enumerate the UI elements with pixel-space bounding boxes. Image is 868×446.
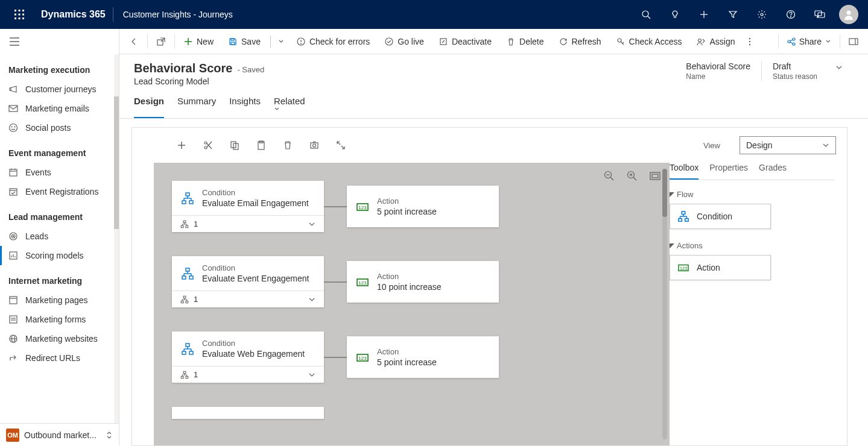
header-field-name[interactable]: Behavioral Score Name bbox=[675, 61, 761, 81]
hamburger-button[interactable] bbox=[0, 29, 119, 54]
svg-rect-106 bbox=[182, 276, 186, 279]
save-dropdown[interactable] bbox=[273, 39, 289, 45]
search-button[interactable] bbox=[632, 0, 661, 29]
delete-button[interactable]: Delete bbox=[499, 29, 551, 54]
sidebar-item-marketing-websites[interactable]: Marketing websites bbox=[0, 329, 119, 348]
fit-icon bbox=[650, 172, 661, 180]
record-header: Behavioral Score - Saved Lead Scoring Mo… bbox=[119, 54, 868, 86]
delete-element-button[interactable] bbox=[282, 139, 294, 151]
sidebar-item-redirect-urls[interactable]: Redirect URLs bbox=[0, 348, 119, 368]
app-name[interactable]: Customer Insights - Journeys bbox=[113, 10, 242, 19]
expand-button[interactable] bbox=[335, 139, 347, 151]
zoom-out-button[interactable] bbox=[603, 170, 615, 182]
designer: View Design bbox=[131, 127, 847, 446]
fit-button[interactable] bbox=[649, 170, 661, 182]
tab-summary[interactable]: Summary bbox=[177, 96, 216, 118]
design-canvas[interactable]: ConditionEvaluate Email Engagement 1 123… bbox=[154, 163, 670, 445]
paste-icon bbox=[256, 140, 266, 150]
tab-related[interactable]: Related bbox=[274, 96, 308, 118]
svg-rect-113 bbox=[181, 301, 183, 303]
snapshot-button[interactable] bbox=[308, 139, 320, 151]
calendar-icon bbox=[8, 168, 18, 177]
tab-insights[interactable]: Insights bbox=[229, 96, 261, 118]
toolbox-item-condition[interactable]: Condition bbox=[670, 204, 771, 229]
help-button[interactable] bbox=[776, 0, 805, 29]
sidebar-item-marketing-emails[interactable]: Marketing emails bbox=[0, 99, 119, 118]
toolbox-tab[interactable]: Toolbox bbox=[670, 163, 699, 180]
action-icon: 123 bbox=[677, 263, 689, 272]
open-new-window-button[interactable] bbox=[149, 29, 173, 54]
action-tile[interactable]: 123Action5 point increase bbox=[347, 336, 499, 378]
sidebar-item-events[interactable]: Events bbox=[0, 163, 119, 182]
svg-text:123: 123 bbox=[358, 356, 367, 361]
copy-icon bbox=[230, 140, 239, 150]
overflow-button[interactable] bbox=[743, 29, 757, 54]
sidebar-item-event-registrations[interactable]: Event Registrations bbox=[0, 182, 119, 201]
condition-tile[interactable]: ConditionEvaluate Email Engagement 1 bbox=[172, 181, 324, 232]
header-field-status[interactable]: Draft Status reason bbox=[761, 61, 854, 81]
view-select[interactable]: Design bbox=[740, 136, 836, 154]
condition-tile[interactable] bbox=[172, 407, 324, 419]
add-button[interactable] bbox=[689, 0, 718, 29]
zoom-in-button[interactable] bbox=[626, 170, 638, 182]
feedback-button[interactable] bbox=[805, 0, 834, 29]
assistant-button[interactable] bbox=[661, 0, 689, 29]
sidebar-item-marketing-forms[interactable]: Marketing forms bbox=[0, 310, 119, 329]
sidebar-item-marketing-pages[interactable]: Marketing pages bbox=[0, 291, 119, 310]
grades-tab[interactable]: Grades bbox=[759, 163, 787, 180]
app-launcher[interactable] bbox=[5, 0, 34, 29]
filter-button[interactable] bbox=[718, 0, 747, 29]
user-avatar[interactable] bbox=[839, 5, 858, 24]
sidebar-scrollbar[interactable] bbox=[114, 54, 119, 423]
assign-button[interactable]: Assign bbox=[689, 29, 742, 54]
chevron-down-icon[interactable] bbox=[308, 221, 315, 228]
chevron-down-icon[interactable] bbox=[835, 64, 843, 71]
tab-design[interactable]: Design bbox=[134, 96, 164, 118]
sidebar-item-label: Marketing websites bbox=[25, 334, 98, 344]
add-element-button[interactable] bbox=[176, 139, 188, 151]
cut-button[interactable] bbox=[202, 139, 214, 151]
settings-button[interactable] bbox=[747, 0, 776, 29]
go-live-button[interactable]: Go live bbox=[377, 29, 431, 54]
sidebar-item-customer-journeys[interactable]: Customer journeys bbox=[0, 80, 119, 99]
svg-rect-129 bbox=[181, 376, 183, 378]
svg-rect-23 bbox=[9, 105, 17, 111]
save-button[interactable]: Save bbox=[221, 29, 268, 54]
area-switcher[interactable]: OM Outbound market... bbox=[0, 423, 119, 446]
svg-rect-98 bbox=[186, 225, 188, 227]
check-access-button[interactable]: Check Access bbox=[609, 29, 689, 54]
sidebar-item-label: Marketing emails bbox=[25, 104, 89, 113]
share-button[interactable]: Share bbox=[780, 37, 838, 46]
canvas-scrollbar[interactable] bbox=[662, 169, 667, 439]
condition-tile[interactable]: ConditionEvaluate Event Engagement 1 bbox=[172, 256, 324, 307]
chevron-down-icon[interactable] bbox=[308, 296, 315, 303]
svg-point-63 bbox=[793, 43, 795, 45]
refresh-button[interactable]: Refresh bbox=[551, 29, 609, 54]
properties-tab[interactable]: Properties bbox=[709, 163, 748, 180]
triangle-icon bbox=[670, 192, 674, 197]
chevron-down-icon[interactable] bbox=[308, 371, 315, 378]
new-button[interactable]: New bbox=[176, 29, 221, 54]
calendar-check-icon bbox=[8, 187, 18, 196]
record-entity-name: Lead Scoring Model bbox=[134, 77, 675, 86]
sidebar-item-scoring-models[interactable]: Scoring models bbox=[0, 246, 119, 265]
svg-rect-48 bbox=[231, 39, 234, 40]
svg-rect-8 bbox=[22, 17, 24, 19]
paste-button[interactable] bbox=[255, 139, 267, 151]
sidebar-item-leads[interactable]: Leads bbox=[0, 227, 119, 246]
toolbox-item-action[interactable]: 123Action bbox=[670, 255, 771, 280]
copy-button[interactable] bbox=[229, 139, 241, 151]
side-pane-button[interactable] bbox=[841, 29, 866, 54]
sidebar-item-label: Events bbox=[25, 168, 51, 177]
svg-rect-0 bbox=[14, 10, 16, 11]
action-tile[interactable]: 123Action10 point increase bbox=[347, 261, 499, 303]
deactivate-button[interactable]: Deactivate bbox=[431, 29, 499, 54]
check-errors-button[interactable]: Check for errors bbox=[289, 29, 377, 54]
smile-icon bbox=[8, 123, 18, 133]
product-name[interactable]: Dynamics 365 bbox=[34, 9, 113, 20]
scissors-icon bbox=[203, 140, 213, 150]
action-tile[interactable]: 123Action5 point increase bbox=[347, 186, 499, 227]
condition-tile[interactable]: ConditionEvaluate Web Engagement 1 bbox=[172, 331, 324, 383]
sidebar-item-social-posts[interactable]: Social posts bbox=[0, 118, 119, 137]
back-button[interactable] bbox=[122, 29, 146, 54]
